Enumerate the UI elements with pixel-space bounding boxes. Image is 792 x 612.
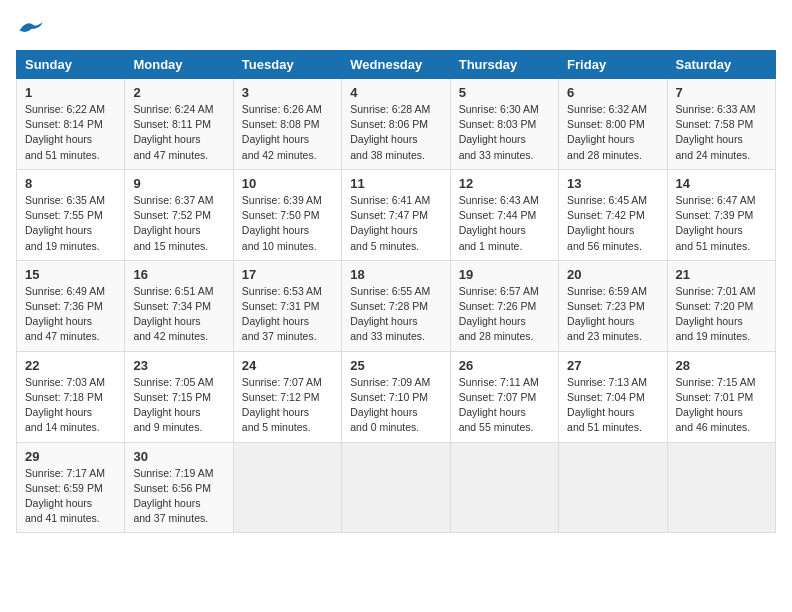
day-number: 5 <box>459 85 550 100</box>
calendar-day-14: 14 Sunrise: 6:47 AM Sunset: 7:39 PM Dayl… <box>667 169 775 260</box>
calendar-week-row: 22 Sunrise: 7:03 AM Sunset: 7:18 PM Dayl… <box>17 351 776 442</box>
day-number: 6 <box>567 85 658 100</box>
day-info: Sunrise: 6:41 AM Sunset: 7:47 PM Dayligh… <box>350 193 441 254</box>
day-number: 11 <box>350 176 441 191</box>
calendar-day-18: 18 Sunrise: 6:55 AM Sunset: 7:28 PM Dayl… <box>342 260 450 351</box>
day-number: 3 <box>242 85 333 100</box>
calendar-day-25: 25 Sunrise: 7:09 AM Sunset: 7:10 PM Dayl… <box>342 351 450 442</box>
day-info: Sunrise: 6:57 AM Sunset: 7:26 PM Dayligh… <box>459 284 550 345</box>
day-info: Sunrise: 7:11 AM Sunset: 7:07 PM Dayligh… <box>459 375 550 436</box>
calendar-week-row: 15 Sunrise: 6:49 AM Sunset: 7:36 PM Dayl… <box>17 260 776 351</box>
day-info: Sunrise: 6:59 AM Sunset: 7:23 PM Dayligh… <box>567 284 658 345</box>
day-info: Sunrise: 6:33 AM Sunset: 7:58 PM Dayligh… <box>676 102 767 163</box>
header-friday: Friday <box>559 51 667 79</box>
day-info: Sunrise: 6:26 AM Sunset: 8:08 PM Dayligh… <box>242 102 333 163</box>
day-number: 12 <box>459 176 550 191</box>
calendar-day-2: 2 Sunrise: 6:24 AM Sunset: 8:11 PM Dayli… <box>125 79 233 170</box>
day-number: 30 <box>133 449 224 464</box>
calendar-day-8: 8 Sunrise: 6:35 AM Sunset: 7:55 PM Dayli… <box>17 169 125 260</box>
day-number: 25 <box>350 358 441 373</box>
calendar-day-22: 22 Sunrise: 7:03 AM Sunset: 7:18 PM Dayl… <box>17 351 125 442</box>
day-number: 1 <box>25 85 116 100</box>
day-number: 28 <box>676 358 767 373</box>
header-sunday: Sunday <box>17 51 125 79</box>
day-info: Sunrise: 6:30 AM Sunset: 8:03 PM Dayligh… <box>459 102 550 163</box>
calendar-day-3: 3 Sunrise: 6:26 AM Sunset: 8:08 PM Dayli… <box>233 79 341 170</box>
day-info: Sunrise: 7:19 AM Sunset: 6:56 PM Dayligh… <box>133 466 224 527</box>
calendar-day-20: 20 Sunrise: 6:59 AM Sunset: 7:23 PM Dayl… <box>559 260 667 351</box>
day-info: Sunrise: 6:37 AM Sunset: 7:52 PM Dayligh… <box>133 193 224 254</box>
calendar-day-26: 26 Sunrise: 7:11 AM Sunset: 7:07 PM Dayl… <box>450 351 558 442</box>
day-info: Sunrise: 6:49 AM Sunset: 7:36 PM Dayligh… <box>25 284 116 345</box>
day-info: Sunrise: 7:07 AM Sunset: 7:12 PM Dayligh… <box>242 375 333 436</box>
day-info: Sunrise: 6:32 AM Sunset: 8:00 PM Dayligh… <box>567 102 658 163</box>
day-info: Sunrise: 6:24 AM Sunset: 8:11 PM Dayligh… <box>133 102 224 163</box>
day-info: Sunrise: 6:22 AM Sunset: 8:14 PM Dayligh… <box>25 102 116 163</box>
day-info: Sunrise: 7:03 AM Sunset: 7:18 PM Dayligh… <box>25 375 116 436</box>
day-number: 17 <box>242 267 333 282</box>
day-info: Sunrise: 6:55 AM Sunset: 7:28 PM Dayligh… <box>350 284 441 345</box>
day-number: 15 <box>25 267 116 282</box>
calendar-day-5: 5 Sunrise: 6:30 AM Sunset: 8:03 PM Dayli… <box>450 79 558 170</box>
calendar-day-16: 16 Sunrise: 6:51 AM Sunset: 7:34 PM Dayl… <box>125 260 233 351</box>
calendar-day-6: 6 Sunrise: 6:32 AM Sunset: 8:00 PM Dayli… <box>559 79 667 170</box>
day-info: Sunrise: 7:17 AM Sunset: 6:59 PM Dayligh… <box>25 466 116 527</box>
calendar-day-27: 27 Sunrise: 7:13 AM Sunset: 7:04 PM Dayl… <box>559 351 667 442</box>
day-info: Sunrise: 6:51 AM Sunset: 7:34 PM Dayligh… <box>133 284 224 345</box>
day-info: Sunrise: 6:35 AM Sunset: 7:55 PM Dayligh… <box>25 193 116 254</box>
calendar-day-11: 11 Sunrise: 6:41 AM Sunset: 7:47 PM Dayl… <box>342 169 450 260</box>
day-number: 9 <box>133 176 224 191</box>
day-number: 4 <box>350 85 441 100</box>
calendar-day-10: 10 Sunrise: 6:39 AM Sunset: 7:50 PM Dayl… <box>233 169 341 260</box>
day-number: 19 <box>459 267 550 282</box>
day-number: 26 <box>459 358 550 373</box>
calendar-day-24: 24 Sunrise: 7:07 AM Sunset: 7:12 PM Dayl… <box>233 351 341 442</box>
day-info: Sunrise: 7:15 AM Sunset: 7:01 PM Dayligh… <box>676 375 767 436</box>
calendar-day-21: 21 Sunrise: 7:01 AM Sunset: 7:20 PM Dayl… <box>667 260 775 351</box>
calendar-day-13: 13 Sunrise: 6:45 AM Sunset: 7:42 PM Dayl… <box>559 169 667 260</box>
calendar-day-17: 17 Sunrise: 6:53 AM Sunset: 7:31 PM Dayl… <box>233 260 341 351</box>
calendar-week-row: 8 Sunrise: 6:35 AM Sunset: 7:55 PM Dayli… <box>17 169 776 260</box>
calendar-week-row: 1 Sunrise: 6:22 AM Sunset: 8:14 PM Dayli… <box>17 79 776 170</box>
day-info: Sunrise: 7:01 AM Sunset: 7:20 PM Dayligh… <box>676 284 767 345</box>
logo <box>16 16 44 38</box>
calendar-day-empty <box>667 442 775 533</box>
header-monday: Monday <box>125 51 233 79</box>
page-header <box>16 16 776 38</box>
weekday-header-row: Sunday Monday Tuesday Wednesday Thursday… <box>17 51 776 79</box>
day-number: 7 <box>676 85 767 100</box>
calendar-day-9: 9 Sunrise: 6:37 AM Sunset: 7:52 PM Dayli… <box>125 169 233 260</box>
day-number: 27 <box>567 358 658 373</box>
calendar-day-empty <box>559 442 667 533</box>
header-tuesday: Tuesday <box>233 51 341 79</box>
calendar-day-4: 4 Sunrise: 6:28 AM Sunset: 8:06 PM Dayli… <box>342 79 450 170</box>
day-info: Sunrise: 6:28 AM Sunset: 8:06 PM Dayligh… <box>350 102 441 163</box>
day-number: 22 <box>25 358 116 373</box>
header-wednesday: Wednesday <box>342 51 450 79</box>
calendar-day-1: 1 Sunrise: 6:22 AM Sunset: 8:14 PM Dayli… <box>17 79 125 170</box>
day-number: 20 <box>567 267 658 282</box>
logo-bird-icon <box>16 16 44 38</box>
day-number: 24 <box>242 358 333 373</box>
calendar-day-12: 12 Sunrise: 6:43 AM Sunset: 7:44 PM Dayl… <box>450 169 558 260</box>
header-saturday: Saturday <box>667 51 775 79</box>
calendar-day-empty <box>342 442 450 533</box>
calendar-day-28: 28 Sunrise: 7:15 AM Sunset: 7:01 PM Dayl… <box>667 351 775 442</box>
calendar-day-empty <box>450 442 558 533</box>
calendar-table: Sunday Monday Tuesday Wednesday Thursday… <box>16 50 776 533</box>
day-info: Sunrise: 7:13 AM Sunset: 7:04 PM Dayligh… <box>567 375 658 436</box>
day-number: 21 <box>676 267 767 282</box>
calendar-day-empty <box>233 442 341 533</box>
day-info: Sunrise: 6:53 AM Sunset: 7:31 PM Dayligh… <box>242 284 333 345</box>
day-number: 18 <box>350 267 441 282</box>
calendar-week-row: 29 Sunrise: 7:17 AM Sunset: 6:59 PM Dayl… <box>17 442 776 533</box>
day-number: 10 <box>242 176 333 191</box>
day-info: Sunrise: 6:47 AM Sunset: 7:39 PM Dayligh… <box>676 193 767 254</box>
calendar-day-15: 15 Sunrise: 6:49 AM Sunset: 7:36 PM Dayl… <box>17 260 125 351</box>
day-number: 23 <box>133 358 224 373</box>
calendar-day-30: 30 Sunrise: 7:19 AM Sunset: 6:56 PM Dayl… <box>125 442 233 533</box>
header-thursday: Thursday <box>450 51 558 79</box>
day-info: Sunrise: 7:05 AM Sunset: 7:15 PM Dayligh… <box>133 375 224 436</box>
day-number: 16 <box>133 267 224 282</box>
day-info: Sunrise: 6:43 AM Sunset: 7:44 PM Dayligh… <box>459 193 550 254</box>
